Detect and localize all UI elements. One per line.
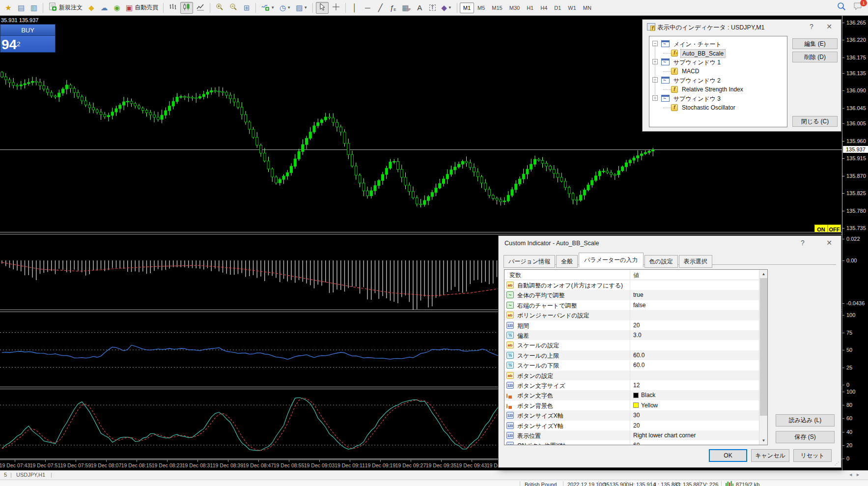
profiles-button[interactable]: ▥ (28, 2, 40, 14)
help-button[interactable]: ? (807, 23, 816, 30)
market-button[interactable]: ☁ (98, 2, 110, 14)
parameter-row[interactable]: ½スケールの下限60.0 (504, 360, 760, 370)
timeframe-h4-button[interactable]: H4 (537, 2, 551, 13)
timeframe-d1-button[interactable]: D1 (551, 2, 564, 13)
tab-dialog[interactable]: バージョン情報 (504, 255, 555, 268)
tree-item-window[interactable]: −サブウィンドウ 2 (649, 76, 787, 85)
parameter-row[interactable]: 123期間20 (504, 320, 760, 330)
parameter-row[interactable]: abボタンの設定 (504, 371, 760, 380)
parameters-table[interactable]: 変数 値 ab自動調整のオンオフ(片方はオフにする)~全体の平均で調整true~… (504, 269, 768, 445)
timeframe-m30-button[interactable]: M30 (506, 2, 523, 13)
favorites-button[interactable]: ★ (2, 2, 14, 14)
new-order-button[interactable]: 新規注文 (46, 2, 84, 14)
auto-trading-button[interactable]: ▣自動売買 (124, 2, 160, 14)
parameter-row[interactable]: abスケールの設定 (504, 340, 760, 350)
param-value[interactable]: true (633, 291, 644, 298)
signals-button[interactable]: ◉ (111, 2, 123, 14)
timeframe-h1-button[interactable]: H1 (523, 2, 537, 13)
param-value[interactable]: 30 (633, 412, 640, 419)
parameter-row[interactable]: 123表示位置Right lower chart corner (504, 430, 760, 440)
chart-tab-partial[interactable]: 5 (4, 472, 7, 478)
price-axis[interactable]: 135.937 136.265136.220136.175136.135136.… (842, 16, 868, 470)
resize-grip[interactable]: ⋰ (835, 461, 840, 466)
trend-line-button[interactable]: ╱ (374, 2, 386, 14)
param-value[interactable]: 60.0 (633, 362, 644, 369)
tab-dialog[interactable]: 全般 (556, 255, 578, 268)
help-button[interactable]: ? (798, 239, 808, 247)
param-value[interactable]: Yellow (633, 402, 658, 409)
timeframe-m1-button[interactable]: M1 (460, 2, 474, 13)
tab-dialog[interactable]: 表示選択 (679, 255, 712, 268)
timeframe-m15-button[interactable]: M15 (488, 2, 505, 13)
text-label-button[interactable]: T (426, 2, 438, 14)
zoom-out-button[interactable] (227, 2, 240, 14)
pane-splitter-1[interactable] (0, 232, 868, 234)
cursor-button[interactable] (316, 2, 329, 14)
parameter-row[interactable]: ボタン背景色Yellow (504, 400, 760, 410)
parameter-row[interactable]: ½スケールの上限60.0 (504, 350, 760, 360)
parameter-row[interactable]: 123ONボタン位置X軸60 (504, 440, 760, 445)
tree-item-window[interactable]: −サブウィンドウ 1 (649, 57, 787, 67)
parameter-row[interactable]: ½偏差3.0 (504, 330, 760, 340)
param-value[interactable]: Right lower chart corner (633, 432, 696, 439)
parameter-row[interactable]: 123ボタンサイズY軸20 (504, 421, 760, 430)
tab-scroll-arrows[interactable]: ◄► (848, 472, 863, 477)
tab-dialog[interactable]: 色の設定 (644, 255, 678, 268)
param-value[interactable]: 12 (633, 382, 640, 389)
chart-tab-usdjpy-h1[interactable]: USDJPY,H1 (16, 472, 45, 478)
table-scrollbar[interactable]: ▲ ▼ (759, 270, 767, 445)
scroll-up-arrow[interactable]: ▲ (759, 270, 768, 278)
zoom-in-button[interactable] (213, 2, 226, 14)
save-button[interactable]: 保存 (S) (776, 431, 835, 443)
tree-item-window[interactable]: −メイン・チャート (649, 39, 787, 49)
bar-chart-mode-button[interactable] (167, 2, 179, 14)
cancel-button[interactable]: キャンセル (751, 449, 789, 462)
candle-chart-mode-button[interactable] (180, 2, 193, 14)
parameter-row[interactable]: ab自動調整のオンオフ(片方はオフにする) (504, 280, 760, 290)
dialog-title-bar[interactable]: Custom Indicator - Auto_BB_Scale ? ✕ (499, 236, 841, 250)
buy-button[interactable]: BUY (0, 25, 55, 36)
timeframe-w1-button[interactable]: W1 (564, 2, 580, 13)
arrows-button[interactable]: ◆▼ (439, 2, 453, 14)
horizontal-line-button[interactable]: ─ (362, 2, 373, 14)
tree-item-window[interactable]: −サブウィンドウ 3 (649, 94, 787, 103)
scrollbar-thumb[interactable] (760, 278, 767, 416)
charts-bar-button[interactable]: ▤ (15, 2, 27, 14)
crosshair-button[interactable] (330, 2, 342, 14)
close-button[interactable]: 閉じる (C) (792, 116, 838, 127)
fibonacci-button[interactable]: ▦F (400, 2, 413, 14)
close-icon[interactable]: ✕ (824, 239, 834, 247)
param-value[interactable]: 3.0 (633, 332, 642, 339)
tile-windows-button[interactable]: ⊞ (241, 2, 252, 14)
timeframe-mn-button[interactable]: MN (580, 2, 595, 13)
timeframe-m5-button[interactable]: M5 (474, 2, 488, 13)
parameter-row[interactable]: 123ボタン文字サイズ12 (504, 380, 760, 390)
param-value[interactable]: 20 (633, 422, 640, 429)
templates-button[interactable]: ▨▼ (294, 2, 309, 14)
mql5-community-button[interactable]: ◆ (85, 2, 97, 14)
param-value[interactable]: 60.0 (633, 352, 644, 359)
ok-button[interactable]: OK (709, 449, 747, 462)
search-icon[interactable] (837, 1, 846, 13)
parameter-row[interactable]: ~全体の平均で調整true (504, 290, 760, 300)
load-button[interactable]: 読み込み (L) (776, 414, 835, 427)
indicators-button[interactable]: ▼ (259, 2, 277, 14)
param-value[interactable]: 20 (633, 322, 640, 329)
one-click-buy-widget[interactable]: BUY 942 (0, 24, 56, 53)
param-value[interactable]: false (633, 302, 645, 309)
indicator-tree[interactable]: −メイン・チャートf◆Auto_BB_Scale−サブウィンドウ 1fMACD−… (649, 36, 787, 127)
periods-button[interactable]: ◷▼ (278, 2, 293, 14)
parameter-row[interactable]: 123ボタンサイズX軸30 (504, 410, 760, 420)
parameter-row[interactable]: ~右端のチャートで調整false (504, 300, 760, 310)
parameter-row[interactable]: abボリンジャーバンドの設定 (504, 310, 760, 320)
close-icon[interactable]: ✕ (824, 23, 834, 30)
text-button[interactable]: A (414, 2, 425, 14)
parameter-row[interactable]: ボタン文字色Black (504, 390, 760, 400)
line-chart-mode-button[interactable] (194, 2, 207, 14)
param-value[interactable]: Black (633, 392, 655, 399)
vertical-line-button[interactable]: │ (349, 2, 361, 14)
param-value[interactable]: 60 (633, 442, 640, 445)
notifications-icon[interactable]: 1 (853, 1, 864, 13)
dialog-title-bar[interactable]: 表示中のインディケータ : USDJPY,M1 ? ✕ (643, 20, 841, 33)
tab-parameters-active[interactable]: パラメーターの入力 (579, 253, 643, 267)
